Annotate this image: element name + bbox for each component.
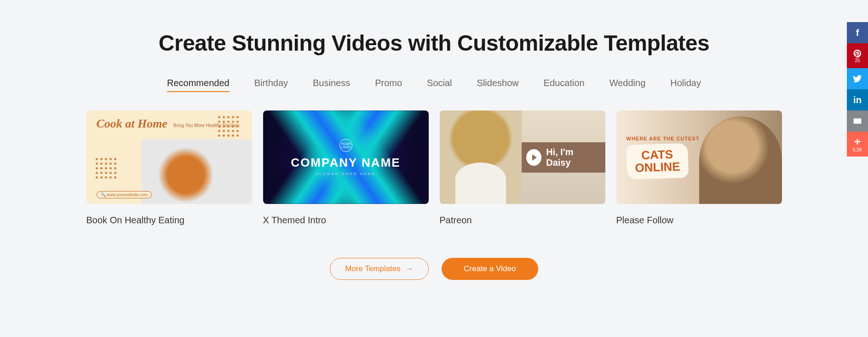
- tab-social[interactable]: Social: [427, 78, 452, 92]
- kitten-image: [699, 116, 782, 204]
- food-image: [142, 139, 252, 204]
- share-twitter-button[interactable]: [847, 68, 868, 89]
- thumb-greeting-band: Hi, I'm Daisy: [522, 142, 605, 173]
- tab-birthday[interactable]: Birthday: [254, 78, 288, 92]
- share-facebook-button[interactable]: f: [847, 22, 868, 43]
- tab-holiday[interactable]: Holiday: [670, 78, 701, 92]
- thumb-headline: Cook at Home: [97, 117, 168, 130]
- category-tabs: Recommended Birthday Business Promo Soci…: [0, 78, 868, 92]
- thumb-url: 🔍 www.yourwebsite.com: [97, 191, 152, 198]
- template-thumbnail: Hi, I'm Daisy: [440, 110, 605, 204]
- template-thumbnail: WHERE ARE THE CUTEST CATS ONLINE: [616, 110, 782, 204]
- tab-slideshow[interactable]: Slideshow: [477, 78, 519, 92]
- template-thumbnail: Cook at Home Bring You More Healthy Reci…: [86, 110, 252, 204]
- play-icon: [526, 149, 542, 166]
- template-card-patreon[interactable]: Hi, I'm Daisy Patreon: [440, 110, 605, 226]
- template-title: Please Follow: [616, 215, 782, 226]
- more-templates-button[interactable]: More Templates →: [330, 258, 429, 280]
- social-share-rail: f 25 in + 5.2K: [847, 22, 868, 157]
- share-linkedin-button[interactable]: in: [847, 89, 868, 110]
- template-cards: Cook at Home Bring You More Healthy Reci…: [0, 110, 868, 226]
- linkedin-icon: in: [853, 95, 862, 105]
- template-card-healthy-eating[interactable]: Cook at Home Bring You More Healthy Reci…: [86, 110, 252, 226]
- twitter-icon: [853, 74, 862, 83]
- facebook-icon: f: [856, 28, 859, 38]
- tab-business[interactable]: Business: [313, 78, 350, 92]
- template-thumbnail: YOUR LOGO COMPANY NAME SLOGAN GOES HERE: [263, 110, 429, 204]
- page-title: Create Stunning Videos with Customizable…: [0, 0, 868, 56]
- portrait-image: [440, 110, 522, 204]
- template-title: Patreon: [440, 215, 605, 226]
- thumb-slogan: SLOGAN GOES HERE: [291, 172, 400, 176]
- template-title: X Themed Intro: [263, 215, 429, 226]
- plus-icon: +: [854, 136, 861, 147]
- pinterest-icon: [853, 49, 862, 58]
- template-card-x-intro[interactable]: YOUR LOGO COMPANY NAME SLOGAN GOES HERE …: [263, 110, 429, 226]
- thumb-company: COMPANY NAME: [291, 156, 400, 170]
- pinterest-count: 25: [855, 58, 860, 63]
- template-card-please-follow[interactable]: WHERE ARE THE CUTEST CATS ONLINE Please …: [616, 110, 782, 226]
- thumb-splash: CATS ONLINE: [626, 143, 689, 180]
- tab-promo[interactable]: Promo: [375, 78, 402, 92]
- addthis-count: 5.2K: [853, 148, 862, 152]
- thumb-logo: YOUR LOGO: [339, 139, 352, 152]
- template-title: Book On Healthy Eating: [86, 215, 252, 226]
- tab-education[interactable]: Education: [544, 78, 585, 92]
- share-pinterest-button[interactable]: 25: [847, 43, 868, 68]
- share-email-button[interactable]: [847, 110, 868, 132]
- cta-row: More Templates → Create a Video: [0, 258, 868, 280]
- arrow-right-icon: →: [405, 264, 414, 274]
- create-video-button[interactable]: Create a Video: [442, 258, 538, 280]
- tab-wedding[interactable]: Wedding: [609, 78, 646, 92]
- thumb-greeting: Hi, I'm Daisy: [546, 147, 597, 168]
- decorative-dots: [96, 158, 123, 186]
- share-addthis-button[interactable]: + 5.2K: [847, 132, 868, 157]
- thumb-where: WHERE ARE THE CUTEST: [627, 136, 700, 141]
- tab-recommended[interactable]: Recommended: [167, 78, 230, 92]
- email-icon: [853, 116, 862, 126]
